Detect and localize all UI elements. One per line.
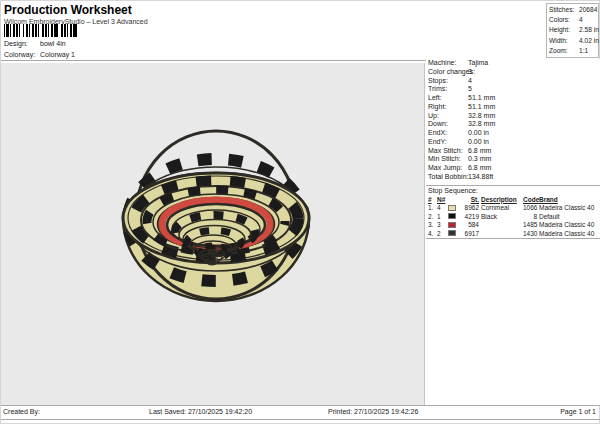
needle-number: 4 [437, 204, 448, 211]
stop-sequence-title: Stop Sequence: [428, 187, 478, 194]
thread-code: 8 [523, 213, 539, 220]
machine-label: Right: [428, 103, 446, 110]
machine-row: EndX:0.00 in [426, 129, 600, 138]
footer-printed: Printed: 27/10/2025 19:42:26 [328, 408, 418, 415]
panel-divider [426, 185, 600, 186]
footer-divider [1, 405, 600, 406]
stat-label: Zoom: [549, 47, 568, 54]
thread-color-swatch [448, 230, 456, 236]
column-header: N# [437, 196, 448, 203]
machine-row: Up:32.8 mm [426, 112, 600, 121]
stat-value: 1:1 [579, 47, 588, 54]
thread-code: 1066 [523, 204, 539, 211]
machine-label: Stops: [428, 77, 448, 84]
machine-row: Min Stitch:0.3 mm [426, 155, 600, 164]
colorway-row: Colorway: Colorway 1 [4, 51, 35, 58]
machine-label: Max Jump: [428, 164, 462, 171]
thread-swatch-cell [448, 205, 460, 211]
machine-row: Trims:5 [426, 85, 600, 94]
machine-row: Color changes:3 [426, 68, 600, 77]
design-name-row: Design: bowl 4in [4, 40, 28, 47]
thread-color-swatch [448, 222, 456, 228]
machine-info-panel: Machine:TajimaColor changes:3Stops:4Trim… [426, 59, 600, 405]
stat-row: Stitches:20684 [549, 6, 598, 16]
thread-brand: Default [539, 213, 600, 220]
thread-color-swatch [448, 205, 456, 211]
thread-color-swatch [448, 213, 456, 219]
machine-value: 0.3 mm [468, 155, 491, 162]
machine-row: Left:51.1 mm [426, 94, 600, 103]
design-stats-panel: Stitches:20684Colors:4Height:2.58 inWidt… [546, 3, 599, 58]
stat-row: Width:4.02 in [549, 37, 598, 47]
stat-label: Width: [549, 37, 568, 44]
thread-stitch-code: 4219 [460, 213, 481, 220]
machine-row: Stops:4 [426, 77, 600, 86]
stat-row: Zoom:1:1 [549, 47, 598, 57]
stop-sequence-row: 2.14219Black8Default [428, 212, 600, 221]
stop-sequence-row: 1.48962Cornmeal1066Madeira Classic 40 [428, 204, 600, 213]
stat-row: Colors:4 [549, 16, 598, 26]
colorway-label: Colorway: [4, 51, 35, 58]
design-label: Design: [4, 40, 28, 47]
machine-value: 3 [468, 68, 472, 75]
stat-value: 4 [579, 16, 583, 23]
machine-settings-list: Machine:TajimaColor changes:3Stops:4Trim… [426, 59, 600, 182]
thread-brand: Madeira Classic 40 [539, 221, 600, 228]
stat-value: 20684 [579, 6, 597, 13]
column-header: St. [460, 196, 481, 203]
thread-code: 1430 [523, 230, 539, 237]
stat-label: Height: [549, 26, 570, 33]
thread-swatch-cell [448, 222, 460, 228]
stat-value: 4.02 in [579, 37, 599, 44]
stop-number: 4. [428, 230, 437, 237]
stop-sequence-row: 4.269171430Madeira Classic 40 [428, 229, 600, 238]
page-title: Production Worksheet [4, 3, 132, 17]
thread-swatch-cell [448, 213, 460, 219]
column-header: Code [523, 196, 539, 203]
thread-description: Black [481, 213, 523, 220]
thread-stitch-code: 6917 [460, 230, 481, 237]
thread-swatch-cell [448, 230, 460, 236]
footer-divider [1, 419, 600, 420]
machine-value: 6.8 mm [468, 164, 491, 171]
bowl-design-preview [1, 63, 425, 405]
machine-row: Right:51.1 mm [426, 103, 600, 112]
footer-created-by: Created By: [3, 408, 40, 415]
machine-label: Up: [428, 112, 439, 119]
stop-number: 3. [428, 221, 437, 228]
thread-description: Cornmeal [481, 204, 523, 211]
column-header: Brand [539, 196, 600, 203]
machine-value: 0.00 in [468, 138, 489, 145]
machine-label: Trims: [428, 85, 447, 92]
stat-value: 2.58 in [579, 26, 599, 33]
footer-page-number: Page 1 of 1 [560, 408, 596, 415]
machine-row: Total Bobbin:134.88ft [426, 173, 600, 182]
needle-number: 3 [437, 221, 448, 228]
machine-value: 51.1 mm [468, 94, 495, 101]
machine-value: 5 [468, 85, 472, 92]
production-worksheet-page: Production Worksheet Wilcom EmbroiderySt… [0, 0, 600, 424]
machine-row: Max Stitch:6.8 mm [426, 147, 600, 156]
design-value: bowl 4in [40, 40, 66, 47]
machine-value: 6.8 mm [468, 147, 491, 154]
thread-brand: Madeira Classic 40 [539, 230, 600, 237]
machine-row: Down:32.8 mm [426, 120, 600, 129]
machine-value: 0.00 in [468, 129, 489, 136]
machine-label: Max Stitch: [428, 147, 463, 154]
machine-value: 32.8 mm [468, 112, 495, 119]
thread-stitch-code: 8962 [460, 204, 481, 211]
machine-label: Machine: [428, 59, 456, 66]
column-header: # [428, 196, 437, 203]
machine-value: Tajima [468, 59, 488, 66]
colorway-value: Colorway 1 [40, 51, 75, 58]
stop-sequence-row: 3.35841485Madeira Classic 40 [428, 221, 600, 230]
machine-row: EndY:0.00 in [426, 138, 600, 147]
machine-label: Left: [428, 94, 442, 101]
machine-row: Max Jump:6.8 mm [426, 164, 600, 173]
machine-label: Total Bobbin: [428, 173, 468, 180]
machine-value: 51.1 mm [468, 103, 495, 110]
machine-value: 32.8 mm [468, 120, 495, 127]
stat-row: Height:2.58 in [549, 26, 598, 36]
thread-code: 1485 [523, 221, 539, 228]
stop-sequence-table: #N#St.DescriptionCodeBrand1.48962Cornmea… [428, 195, 600, 238]
